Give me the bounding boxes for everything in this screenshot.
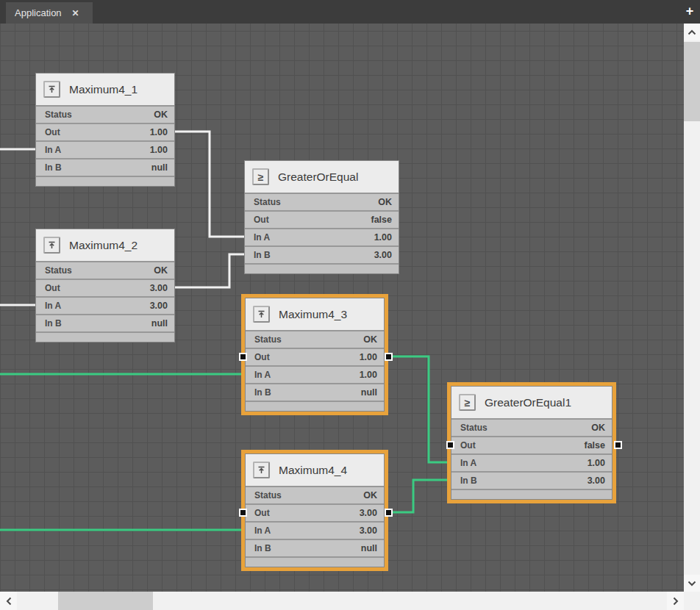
port-maximum4_3-out-right[interactable]	[385, 353, 393, 361]
row-label: Status	[254, 334, 282, 345]
row-value: 1.00	[588, 458, 605, 468]
port-maximum4_3-out-left[interactable]	[239, 353, 247, 361]
wire-maximum4_4-to-greaterorequal1-in-b[interactable]	[388, 480, 451, 512]
row-value: null	[151, 162, 168, 173]
row-value: 3.00	[150, 283, 168, 293]
port-greaterorequal1-out-left[interactable]	[446, 441, 454, 449]
node-row-out[interactable]: Out 3.00	[246, 503, 384, 521]
chevron-up-icon	[688, 29, 696, 35]
node-greaterorequal[interactable]: ≥ GreaterOrEqual Status OK Out false In …	[244, 160, 399, 274]
row-label: In A	[254, 232, 270, 243]
row-value: OK	[363, 334, 377, 345]
node-row-status[interactable]: Status OK	[246, 486, 384, 503]
row-label: In A	[254, 525, 271, 536]
row-value: OK	[363, 490, 377, 500]
node-header: ≥ GreaterOrEqual1	[451, 387, 612, 418]
node-row-in-b[interactable]: In B null	[36, 314, 174, 331]
row-value: 1.00	[150, 145, 168, 155]
maximum-icon	[253, 306, 270, 323]
row-label: Status	[254, 490, 282, 500]
node-header: Maximum4_1	[36, 73, 174, 105]
node-row-in-b[interactable]: In B null	[246, 383, 384, 401]
row-label: Out	[254, 215, 269, 225]
scroll-right-button[interactable]	[667, 592, 684, 610]
node-row-status[interactable]: Status OK	[36, 105, 174, 123]
wire-maximum4_3-to-greaterorequal1-in-a[interactable]	[388, 356, 451, 462]
tab-application[interactable]: Application ✕	[6, 2, 93, 24]
vertical-scrollbar[interactable]	[684, 24, 700, 592]
row-label: In B	[254, 387, 271, 398]
node-row-in-a[interactable]: In A 1.00	[36, 140, 174, 158]
maximum-icon	[253, 462, 270, 478]
node-greaterorequal1[interactable]: ≥ GreaterOrEqual1 Status OK Out false In…	[451, 386, 612, 500]
horizontal-scrollbar[interactable]	[0, 592, 684, 610]
row-label: Out	[460, 440, 476, 451]
node-row-out[interactable]: Out false	[451, 436, 612, 453]
node-row-status[interactable]: Status OK	[245, 193, 399, 210]
node-row-in-a[interactable]: In A 1.00	[245, 228, 399, 245]
row-label: Status	[254, 197, 281, 207]
node-maximum4_3[interactable]: Maximum4_3 Status OK Out 1.00 In A 1.00 …	[245, 298, 385, 412]
node-row-status[interactable]: Status OK	[246, 330, 384, 348]
row-value: false	[585, 440, 606, 451]
node-header: Maximum4_4	[246, 454, 384, 486]
row-label: Status	[45, 110, 72, 120]
vertical-scrollbar-thumb[interactable]	[684, 42, 700, 121]
new-tab-button[interactable]: +	[682, 2, 697, 20]
row-value: 3.00	[150, 301, 168, 311]
scroll-down-button[interactable]	[684, 575, 700, 592]
wire-maximum4_1-to-greaterorequal-in-a[interactable]	[175, 132, 244, 237]
row-label: Out	[254, 508, 270, 518]
scroll-left-button[interactable]	[0, 592, 17, 610]
node-row-status[interactable]: Status OK	[36, 261, 174, 279]
node-row-in-a[interactable]: In A 3.00	[36, 296, 174, 314]
row-label: In B	[45, 162, 62, 173]
chevron-left-icon	[6, 597, 12, 606]
wire-maximum4_2-to-greaterorequal-in-b[interactable]	[175, 254, 244, 287]
chevron-down-icon	[688, 581, 696, 586]
tab-close-icon[interactable]: ✕	[72, 9, 79, 18]
horizontal-scrollbar-thumb[interactable]	[58, 592, 153, 610]
node-row-out[interactable]: Out 1.00	[36, 123, 174, 140]
node-row-out[interactable]: Out 1.00	[246, 348, 384, 365]
node-maximum4_1[interactable]: Maximum4_1 Status OK Out 1.00 In A 1.00 …	[35, 73, 175, 187]
row-label: In A	[45, 301, 61, 311]
row-label: Out	[254, 352, 270, 362]
node-row-in-a[interactable]: In A 1.00	[246, 365, 384, 383]
row-value: null	[361, 387, 377, 398]
row-label: Out	[45, 127, 60, 137]
row-value: 3.00	[360, 508, 377, 518]
node-footer	[245, 263, 399, 273]
canvas-grid[interactable]: Maximum4_1 Status OK Out 1.00 In A 1.00 …	[0, 24, 684, 592]
scroll-up-button[interactable]	[684, 24, 700, 40]
row-label: Status	[45, 265, 72, 276]
node-maximum4_2[interactable]: Maximum4_2 Status OK Out 3.00 In A 3.00 …	[35, 229, 175, 342]
row-value: false	[371, 215, 393, 225]
row-value: OK	[591, 423, 605, 433]
port-maximum4_4-out-right[interactable]	[385, 509, 393, 517]
row-value: 1.00	[374, 232, 392, 243]
node-title: Maximum4_2	[69, 239, 138, 252]
tab-bar: Application ✕ +	[0, 0, 700, 24]
node-title: Maximum4_3	[279, 308, 347, 321]
row-value: OK	[378, 197, 392, 207]
scrollbar-corner	[684, 592, 700, 610]
row-value: 1.00	[150, 127, 168, 137]
node-row-in-a[interactable]: In A 1.00	[451, 453, 612, 471]
row-label: In B	[254, 250, 271, 260]
node-row-out[interactable]: Out 3.00	[36, 279, 174, 296]
node-row-status[interactable]: Status OK	[451, 418, 612, 436]
node-row-in-b[interactable]: In B null	[36, 158, 174, 176]
port-maximum4_4-out-left[interactable]	[239, 509, 247, 517]
node-row-in-b[interactable]: In B null	[246, 539, 384, 556]
port-greaterorequal1-out-right[interactable]	[614, 441, 622, 449]
node-title: Maximum4_1	[69, 83, 138, 96]
node-row-out[interactable]: Out false	[245, 210, 399, 228]
node-row-in-b[interactable]: In B 3.00	[245, 245, 399, 263]
row-label: Out	[45, 283, 60, 293]
node-row-in-b[interactable]: In B 3.00	[451, 471, 612, 489]
node-maximum4_4[interactable]: Maximum4_4 Status OK Out 3.00 In A 3.00 …	[245, 453, 385, 567]
node-row-in-a[interactable]: In A 3.00	[246, 521, 384, 539]
node-header: Maximum4_3	[246, 298, 384, 330]
row-value: 1.00	[360, 352, 377, 362]
